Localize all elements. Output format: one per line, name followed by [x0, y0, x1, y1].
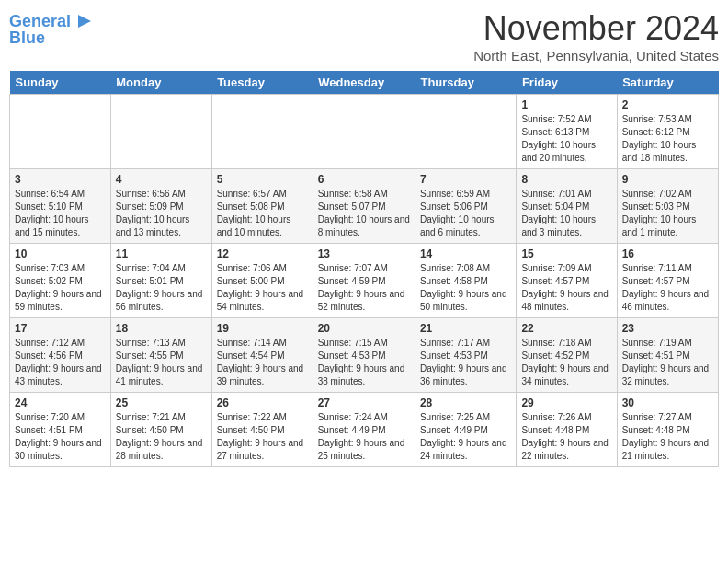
day-number: 22 [521, 322, 611, 335]
calendar-day-cell: 22Sunrise: 7:18 AM Sunset: 4:52 PM Dayli… [517, 318, 617, 393]
day-info: Sunrise: 6:58 AM Sunset: 5:07 PM Dayligh… [318, 188, 410, 239]
day-info: Sunrise: 7:20 AM Sunset: 4:51 PM Dayligh… [15, 411, 106, 463]
calendar-week-row: 24Sunrise: 7:20 AM Sunset: 4:51 PM Dayli… [10, 393, 719, 467]
calendar-day-cell: 29Sunrise: 7:26 AM Sunset: 4:48 PM Dayli… [517, 393, 617, 467]
calendar-day-cell: 21Sunrise: 7:17 AM Sunset: 4:53 PM Dayli… [415, 318, 516, 393]
day-info: Sunrise: 7:04 AM Sunset: 5:01 PM Dayligh… [116, 262, 207, 314]
calendar-day-cell: 25Sunrise: 7:21 AM Sunset: 4:50 PM Dayli… [110, 393, 211, 467]
day-info: Sunrise: 7:11 AM Sunset: 4:57 PM Dayligh… [622, 262, 713, 314]
day-number: 16 [622, 247, 713, 260]
day-number: 12 [217, 247, 308, 260]
header-monday: Monday [110, 71, 211, 95]
day-info: Sunrise: 7:19 AM Sunset: 4:51 PM Dayligh… [622, 337, 713, 388]
header-sunday: Sunday [10, 71, 111, 95]
day-info: Sunrise: 7:24 AM Sunset: 4:49 PM Dayligh… [318, 411, 410, 463]
day-number: 13 [318, 247, 410, 260]
title-area: November 2024 North East, Pennsylvania, … [473, 9, 719, 63]
day-number: 5 [217, 173, 308, 186]
calendar-day-cell: 26Sunrise: 7:22 AM Sunset: 4:50 PM Dayli… [211, 393, 313, 467]
day-number: 10 [15, 247, 106, 260]
calendar-day-cell: 10Sunrise: 7:03 AM Sunset: 5:02 PM Dayli… [10, 244, 111, 318]
day-info: Sunrise: 7:52 AM Sunset: 6:13 PM Dayligh… [521, 113, 611, 165]
day-number: 19 [217, 322, 308, 335]
day-number: 17 [15, 322, 106, 335]
day-info: Sunrise: 7:53 AM Sunset: 6:12 PM Dayligh… [622, 113, 713, 165]
header-wednesday: Wednesday [313, 71, 415, 95]
day-number: 24 [15, 396, 106, 409]
calendar-day-cell: 2Sunrise: 7:53 AM Sunset: 6:12 PM Daylig… [617, 95, 718, 169]
logo-text-line2: Blue [9, 29, 45, 48]
day-info: Sunrise: 7:14 AM Sunset: 4:54 PM Dayligh… [217, 337, 308, 388]
day-number: 9 [622, 173, 713, 186]
day-info: Sunrise: 7:25 AM Sunset: 4:49 PM Dayligh… [420, 411, 511, 463]
calendar-week-row: 3Sunrise: 6:54 AM Sunset: 5:10 PM Daylig… [10, 169, 719, 244]
calendar-table: SundayMondayTuesdayWednesdayThursdayFrid… [9, 71, 719, 467]
calendar-day-cell: 20Sunrise: 7:15 AM Sunset: 4:53 PM Dayli… [313, 318, 415, 393]
day-number: 1 [521, 98, 611, 111]
calendar-day-cell [10, 95, 111, 169]
day-number: 2 [622, 98, 713, 111]
day-number: 30 [622, 396, 713, 409]
day-number: 7 [420, 173, 511, 186]
calendar-day-cell: 24Sunrise: 7:20 AM Sunset: 4:51 PM Dayli… [10, 393, 111, 467]
day-info: Sunrise: 7:18 AM Sunset: 4:52 PM Dayligh… [521, 337, 611, 388]
calendar-day-cell: 18Sunrise: 7:13 AM Sunset: 4:55 PM Dayli… [110, 318, 211, 393]
day-info: Sunrise: 7:02 AM Sunset: 5:03 PM Dayligh… [622, 188, 713, 239]
calendar-day-cell [110, 95, 211, 169]
day-info: Sunrise: 7:09 AM Sunset: 4:57 PM Dayligh… [521, 262, 611, 314]
calendar-day-cell: 16Sunrise: 7:11 AM Sunset: 4:57 PM Dayli… [617, 244, 718, 318]
day-number: 23 [622, 322, 713, 335]
calendar-day-cell: 28Sunrise: 7:25 AM Sunset: 4:49 PM Dayli… [415, 393, 516, 467]
location-title: North East, Pennsylvania, United States [473, 48, 719, 63]
calendar-day-cell: 11Sunrise: 7:04 AM Sunset: 5:01 PM Dayli… [110, 244, 211, 318]
calendar-day-cell: 17Sunrise: 7:12 AM Sunset: 4:56 PM Dayli… [10, 318, 111, 393]
calendar-day-cell: 7Sunrise: 6:59 AM Sunset: 5:06 PM Daylig… [415, 169, 516, 244]
day-number: 21 [420, 322, 511, 335]
day-number: 15 [521, 247, 611, 260]
day-info: Sunrise: 7:08 AM Sunset: 4:58 PM Dayligh… [420, 262, 511, 314]
calendar-day-cell [313, 95, 415, 169]
day-number: 14 [420, 247, 511, 260]
calendar-week-row: 1Sunrise: 7:52 AM Sunset: 6:13 PM Daylig… [10, 95, 719, 169]
day-info: Sunrise: 7:03 AM Sunset: 5:02 PM Dayligh… [15, 262, 106, 314]
day-info: Sunrise: 7:12 AM Sunset: 4:56 PM Dayligh… [15, 337, 106, 388]
header-saturday: Saturday [617, 71, 718, 95]
day-number: 11 [116, 247, 207, 260]
day-number: 29 [521, 396, 611, 409]
day-info: Sunrise: 7:15 AM Sunset: 4:53 PM Dayligh… [318, 337, 410, 388]
calendar-day-cell: 13Sunrise: 7:07 AM Sunset: 4:59 PM Dayli… [313, 244, 415, 318]
calendar-day-cell: 14Sunrise: 7:08 AM Sunset: 4:58 PM Dayli… [415, 244, 516, 318]
calendar-week-row: 17Sunrise: 7:12 AM Sunset: 4:56 PM Dayli… [10, 318, 719, 393]
day-info: Sunrise: 7:22 AM Sunset: 4:50 PM Dayligh… [217, 411, 308, 463]
calendar-week-row: 10Sunrise: 7:03 AM Sunset: 5:02 PM Dayli… [10, 244, 719, 318]
calendar-day-cell: 6Sunrise: 6:58 AM Sunset: 5:07 PM Daylig… [313, 169, 415, 244]
day-number: 28 [420, 396, 511, 409]
calendar-day-cell: 4Sunrise: 6:56 AM Sunset: 5:09 PM Daylig… [110, 169, 211, 244]
header-thursday: Thursday [415, 71, 516, 95]
calendar-day-cell: 27Sunrise: 7:24 AM Sunset: 4:49 PM Dayli… [313, 393, 415, 467]
calendar-header-row: SundayMondayTuesdayWednesdayThursdayFrid… [10, 71, 719, 95]
day-number: 8 [521, 173, 611, 186]
calendar-day-cell: 23Sunrise: 7:19 AM Sunset: 4:51 PM Dayli… [617, 318, 718, 393]
calendar-day-cell: 3Sunrise: 6:54 AM Sunset: 5:10 PM Daylig… [10, 169, 111, 244]
day-info: Sunrise: 6:54 AM Sunset: 5:10 PM Dayligh… [15, 188, 106, 239]
calendar-day-cell: 5Sunrise: 6:57 AM Sunset: 5:08 PM Daylig… [211, 169, 313, 244]
day-number: 26 [217, 396, 308, 409]
calendar-day-cell: 12Sunrise: 7:06 AM Sunset: 5:00 PM Dayli… [211, 244, 313, 318]
day-info: Sunrise: 7:13 AM Sunset: 4:55 PM Dayligh… [116, 337, 207, 388]
day-info: Sunrise: 7:21 AM Sunset: 4:50 PM Dayligh… [116, 411, 207, 463]
calendar-day-cell: 9Sunrise: 7:02 AM Sunset: 5:03 PM Daylig… [617, 169, 718, 244]
svg-marker-0 [78, 15, 91, 28]
day-info: Sunrise: 7:27 AM Sunset: 4:48 PM Dayligh… [622, 411, 713, 463]
month-title: November 2024 [473, 9, 719, 48]
calendar-day-cell [211, 95, 313, 169]
logo: General Blue [9, 13, 93, 48]
day-number: 18 [116, 322, 207, 335]
day-info: Sunrise: 6:57 AM Sunset: 5:08 PM Dayligh… [217, 188, 308, 239]
calendar-day-cell: 15Sunrise: 7:09 AM Sunset: 4:57 PM Dayli… [517, 244, 617, 318]
logo-icon [73, 11, 93, 31]
day-number: 3 [15, 173, 106, 186]
calendar-day-cell: 1Sunrise: 7:52 AM Sunset: 6:13 PM Daylig… [517, 95, 617, 169]
day-info: Sunrise: 7:01 AM Sunset: 5:04 PM Dayligh… [521, 188, 611, 239]
day-info: Sunrise: 7:07 AM Sunset: 4:59 PM Dayligh… [318, 262, 410, 314]
